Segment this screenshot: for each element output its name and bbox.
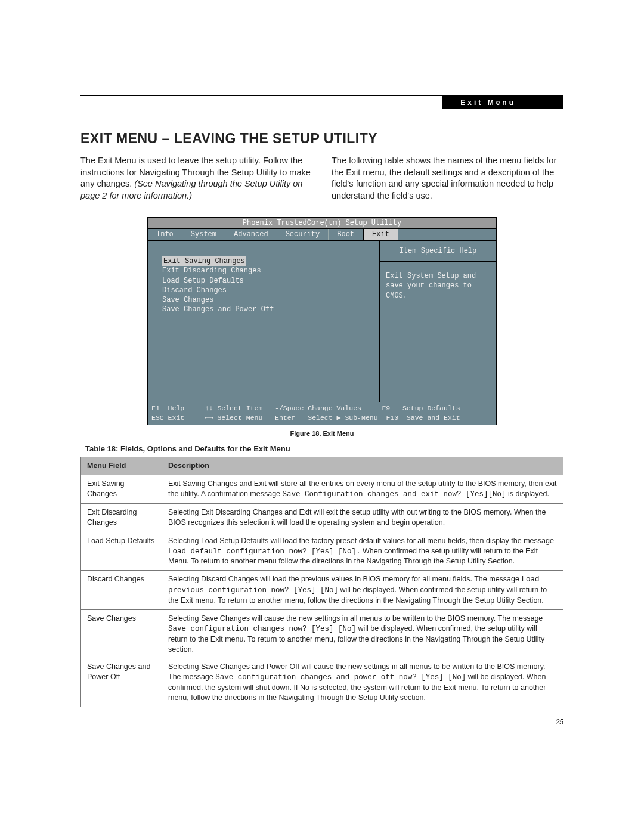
table-row: Save Changes Selecting Save Changes will… [81,609,564,658]
cell-field: Exit Saving Changes [81,475,162,504]
tab-advanced[interactable]: Advanced [225,229,277,240]
header-strip: Exit Menu [80,96,564,109]
cell-field: Save Changes and Power Off [81,658,162,707]
menu-item-exit-saving[interactable]: Exit Saving Changes [162,256,246,266]
intro-left: The Exit Menu is used to leave the setup… [80,155,312,202]
cell-field: Load Setup Defaults [81,532,162,571]
intro-columns: The Exit Menu is used to leave the setup… [80,155,564,202]
tab-exit[interactable]: Exit [363,229,398,240]
tab-security[interactable]: Security [277,229,329,240]
footer-line-2: ESC Exit ←→ Select Menu Enter Select ▶ S… [151,414,460,422]
cell-desc: Selecting Exit Discarding Changes and Ex… [162,503,564,532]
cell-desc: Selecting Save Changes and Power Off wil… [162,658,564,707]
bios-footer: F1 Help ↑↓ Select Item -/Space Change Va… [148,402,496,425]
cell-desc: Selecting Discard Changes will load the … [162,571,564,610]
table-row: Exit Saving Changes Exit Saving Changes … [81,475,564,504]
table-header-row: Menu Field Description [81,457,564,475]
footer-line-1: F1 Help ↑↓ Select Item -/Space Change Va… [151,404,460,412]
bios-figure: Phoenix TrustedCore(tm) Setup Utility In… [147,217,497,425]
menu-item-exit-discarding[interactable]: Exit Discarding Changes [162,266,371,275]
cell-desc: Selecting Save Changes will cause the ne… [162,609,564,658]
page-number: 25 [80,718,564,726]
tab-boot[interactable]: Boot [329,229,363,240]
cell-field: Save Changes [81,609,162,658]
th-menu-field: Menu Field [81,457,162,475]
tab-system[interactable]: System [182,229,225,240]
table-row: Load Setup Defaults Selecting Load Setup… [81,532,564,571]
page-title: EXIT MENU – LEAVING THE SETUP UTILITY [80,131,564,147]
bios-menu-list: Exit Saving Changes Exit Discarding Chan… [148,241,380,402]
intro-right: The following table shows the names of t… [332,155,564,202]
page: Exit Menu EXIT MENU – LEAVING THE SETUP … [0,0,644,762]
exit-menu-table: Menu Field Description Exit Saving Chang… [80,457,564,707]
bios-body: Exit Saving Changes Exit Discarding Chan… [148,240,496,402]
cell-field: Discard Changes [81,571,162,610]
tab-info[interactable]: Info [148,229,182,240]
help-text: Exit System Setup and save your changes … [380,262,496,402]
help-title: Item Specific Help [380,241,496,262]
cell-desc: Exit Saving Changes and Exit will store … [162,475,564,504]
menu-item-save-changes[interactable]: Save Changes [162,295,371,305]
menu-item-save-poweroff[interactable]: Save Changes and Power Off [162,305,371,314]
th-description: Description [162,457,564,475]
bios-title: Phoenix TrustedCore(tm) Setup Utility [148,218,496,229]
cell-desc: Selecting Load Setup Defaults will load … [162,532,564,571]
section-label: Exit Menu [442,96,564,109]
table-row: Exit Discarding Changes Selecting Exit D… [81,503,564,532]
table-caption: Table 18: Fields, Options and Defaults f… [85,444,564,453]
bios-help-pane: Item Specific Help Exit System Setup and… [380,241,496,402]
figure-caption: Figure 18. Exit Menu [80,430,564,437]
menu-item-load-defaults[interactable]: Load Setup Defaults [162,276,371,286]
table-row: Discard Changes Selecting Discard Change… [81,571,564,610]
bios-tabs: Info System Advanced Security Boot Exit [148,229,496,240]
table-row: Save Changes and Power Off Selecting Sav… [81,658,564,707]
menu-item-discard-changes[interactable]: Discard Changes [162,286,371,295]
cell-field: Exit Discarding Changes [81,503,162,532]
